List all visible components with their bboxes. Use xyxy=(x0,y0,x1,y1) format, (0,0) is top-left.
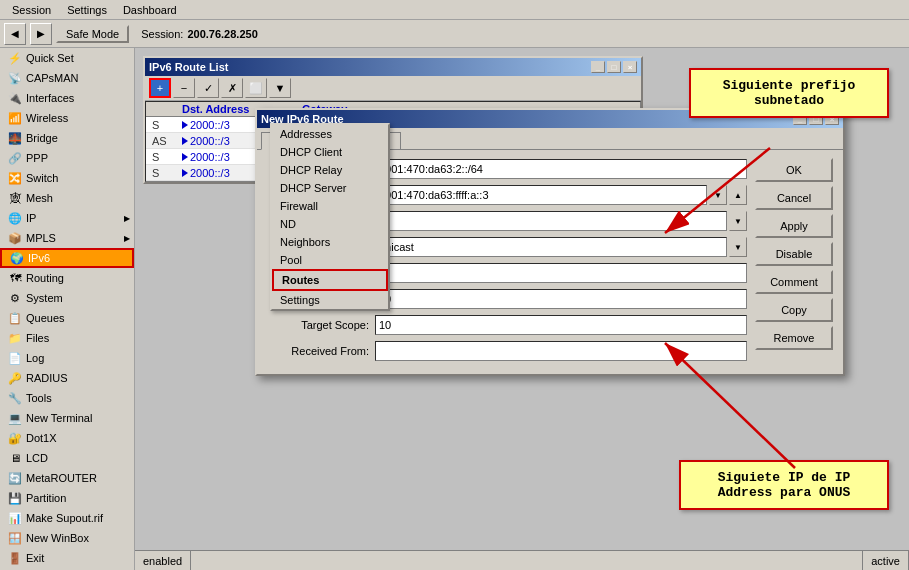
target-scope-input[interactable] xyxy=(375,315,747,335)
route-list-titlebar: IPv6 Route List _ □ × xyxy=(145,58,641,76)
sidebar-item-capsman[interactable]: 📡 CAPsMAN xyxy=(0,68,134,88)
close-button[interactable]: × xyxy=(623,61,637,73)
make-supout-icon: 📊 xyxy=(8,511,22,525)
submenu-item-dhcp-client[interactable]: DHCP Client xyxy=(272,143,388,161)
sidebar-item-bridge[interactable]: 🌉 Bridge xyxy=(0,128,134,148)
sidebar-item-log[interactable]: 📄 Log xyxy=(0,348,134,368)
distance-input[interactable] xyxy=(375,263,747,283)
sidebar-item-lcd[interactable]: 🖥 LCD xyxy=(0,448,134,468)
route-list-toolbar: + − ✓ ✗ ⬜ ▼ xyxy=(145,76,641,101)
minimize-button[interactable]: _ xyxy=(591,61,605,73)
maximize-button[interactable]: □ xyxy=(607,61,621,73)
sidebar-item-system[interactable]: ⚙ System xyxy=(0,288,134,308)
submenu-item-firewall[interactable]: Firewall xyxy=(272,197,388,215)
interfaces-icon: 🔌 xyxy=(8,91,22,105)
sidebar-label-mesh: Mesh xyxy=(26,192,53,204)
comment-button[interactable]: Comment xyxy=(755,270,833,294)
enable-route-button[interactable]: ✓ xyxy=(197,78,219,98)
sidebar-item-tools[interactable]: 🔧 Tools xyxy=(0,388,134,408)
sidebar-label-mpls: MPLS xyxy=(26,232,56,244)
mesh-icon: 🕸 xyxy=(8,191,22,205)
gateway-dropdown-btn[interactable]: ▼ xyxy=(709,185,727,205)
sidebar-item-routing[interactable]: 🗺 Routing xyxy=(0,268,134,288)
sidebar-item-interfaces[interactable]: 🔌 Interfaces xyxy=(0,88,134,108)
check-gateway-dropdown-btn[interactable]: ▼ xyxy=(729,211,747,231)
sidebar-item-radius[interactable]: 🔑 RADIUS xyxy=(0,368,134,388)
submenu-item-settings[interactable]: Settings xyxy=(272,291,388,309)
submenu-item-routes[interactable]: Routes xyxy=(272,269,388,291)
dst-address-input[interactable] xyxy=(375,159,747,179)
sidebar-item-files[interactable]: 📁 Files xyxy=(0,328,134,348)
form-row-received-from: Received From: xyxy=(265,340,747,362)
annotation-bubble-1: Siguiente prefijosubnetado xyxy=(689,68,889,118)
sidebar-item-queues[interactable]: 📋 Queues xyxy=(0,308,134,328)
submenu-item-dhcp-server[interactable]: DHCP Server xyxy=(272,179,388,197)
sidebar-item-ppp[interactable]: 🔗 PPP xyxy=(0,148,134,168)
sidebar-item-partition[interactable]: 💾 Partition xyxy=(0,488,134,508)
filter-button[interactable]: ▼ xyxy=(269,78,291,98)
system-icon: ⚙ xyxy=(8,291,22,305)
copy-button[interactable]: Copy xyxy=(755,298,833,322)
main-layout: ⚡ Quick Set 📡 CAPsMAN 🔌 Interfaces 📶 Wir… xyxy=(0,48,909,570)
route-list-title: IPv6 Route List xyxy=(149,61,228,73)
sidebar-label-interfaces: Interfaces xyxy=(26,92,74,104)
type-input[interactable] xyxy=(375,237,727,257)
quick-set-icon: ⚡ xyxy=(8,51,22,65)
disable-button[interactable]: Disable xyxy=(755,242,833,266)
ipv6-icon: 🌍 xyxy=(10,251,24,265)
annotation-text-2: Siguiete IP de IPAddress para ONUS xyxy=(718,470,851,500)
back-button[interactable]: ◀ xyxy=(4,23,26,45)
remove-route-button[interactable]: − xyxy=(173,78,195,98)
sidebar-item-wireless[interactable]: 📶 Wireless xyxy=(0,108,134,128)
col-flag xyxy=(150,103,180,115)
sidebar-label-ipv6: IPv6 xyxy=(28,252,50,264)
menu-session[interactable]: Session xyxy=(4,2,59,18)
type-dropdown-btn[interactable]: ▼ xyxy=(729,237,747,257)
ip-arrow-icon: ▶ xyxy=(124,214,130,223)
sidebar-label-routing: Routing xyxy=(26,272,64,284)
session-label: Session: xyxy=(141,28,183,40)
partition-icon: 💾 xyxy=(8,491,22,505)
sidebar-item-dot1x[interactable]: 🔐 Dot1X xyxy=(0,428,134,448)
sidebar-item-quick-set[interactable]: ⚡ Quick Set xyxy=(0,48,134,68)
sidebar-item-metarouter[interactable]: 🔄 MetaROUTER xyxy=(0,468,134,488)
add-route-button[interactable]: + xyxy=(149,78,171,98)
gateway-add-btn[interactable]: ▲ xyxy=(729,185,747,205)
ok-button[interactable]: OK xyxy=(755,158,833,182)
sidebar-label-tools: Tools xyxy=(26,392,52,404)
annotation-text-1: Siguiente prefijosubnetado xyxy=(723,78,856,108)
received-from-input[interactable] xyxy=(375,341,747,361)
sidebar-item-make-supout[interactable]: 📊 Make Supout.rif xyxy=(0,508,134,528)
sidebar-item-new-terminal[interactable]: 💻 New Terminal xyxy=(0,408,134,428)
menu-settings[interactable]: Settings xyxy=(59,2,115,18)
submenu-item-addresses[interactable]: Addresses xyxy=(272,125,388,143)
apply-button[interactable]: Apply xyxy=(755,214,833,238)
menu-dashboard[interactable]: Dashboard xyxy=(115,2,185,18)
sidebar-item-ipv6[interactable]: 🌍 IPv6 xyxy=(0,248,134,268)
remove-button[interactable]: Remove xyxy=(755,326,833,350)
safe-mode-button[interactable]: Safe Mode xyxy=(56,25,129,43)
gateway-input[interactable] xyxy=(375,185,707,205)
annotation-bubble-2: Siguiete IP de IPAddress para ONUS xyxy=(679,460,889,510)
submenu-item-nd[interactable]: ND xyxy=(272,215,388,233)
disable-route-button[interactable]: ✗ xyxy=(221,78,243,98)
sidebar-item-mesh[interactable]: 🕸 Mesh xyxy=(0,188,134,208)
submenu-item-pool[interactable]: Pool xyxy=(272,251,388,269)
submenu-item-neighbors[interactable]: Neighbors xyxy=(272,233,388,251)
sidebar-item-mpls[interactable]: 📦 MPLS ▶ xyxy=(0,228,134,248)
ipv6-submenu: Addresses DHCP Client DHCP Relay DHCP Se… xyxy=(270,123,390,311)
sidebar-label-make-supout: Make Supout.rif xyxy=(26,512,103,524)
gateway-input-group: ▼ ▲ xyxy=(375,185,747,205)
cancel-button[interactable]: Cancel xyxy=(755,186,833,210)
copy-route-button[interactable]: ⬜ xyxy=(245,78,267,98)
check-gateway-input[interactable] xyxy=(375,211,727,231)
sidebar-item-switch[interactable]: 🔀 Switch xyxy=(0,168,134,188)
sidebar-item-new-winbox[interactable]: 🪟 New WinBox xyxy=(0,528,134,548)
forward-button[interactable]: ▶ xyxy=(30,23,52,45)
sidebar-item-exit[interactable]: 🚪 Exit xyxy=(0,548,134,568)
status-empty xyxy=(191,551,863,570)
submenu-item-dhcp-relay[interactable]: DHCP Relay xyxy=(272,161,388,179)
sidebar-item-ip[interactable]: 🌐 IP ▶ xyxy=(0,208,134,228)
sidebar-label-exit: Exit xyxy=(26,552,44,564)
scope-input[interactable] xyxy=(375,289,747,309)
